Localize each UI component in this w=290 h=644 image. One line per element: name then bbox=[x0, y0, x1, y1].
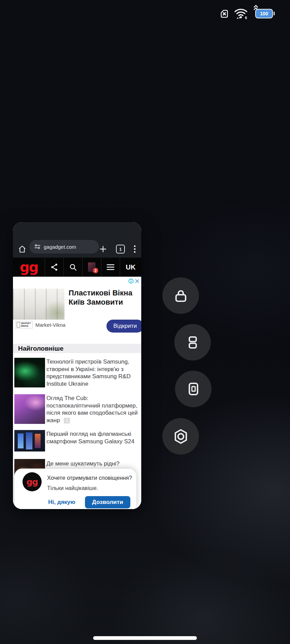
ad-headline: Пластикові Вікна Київ Замовити bbox=[69, 288, 132, 307]
language-switch[interactable]: UK bbox=[120, 258, 141, 277]
new-tab-icon[interactable] bbox=[99, 245, 107, 253]
advertiser-name: Market-Vikna bbox=[35, 322, 66, 328]
settings-icon bbox=[173, 428, 189, 445]
browser-toolbar: gagadget.com 1 bbox=[13, 222, 141, 258]
article-title: Перший погляд на флагманські смартфони S… bbox=[46, 430, 138, 445]
tab-switcher-icon[interactable]: 1 bbox=[116, 245, 125, 254]
ad-banner[interactable]: Пластикові Вікна Київ Замовити bbox=[13, 277, 141, 334]
search-button[interactable] bbox=[63, 258, 82, 277]
dialog-submessage: Тільки найцікавіше. bbox=[47, 485, 98, 491]
hamburger-menu-icon[interactable] bbox=[101, 258, 120, 277]
ad-advertiser: МАРКЕТ ВІКНА Market-Vikna bbox=[15, 319, 66, 331]
browser-window[interactable]: gagadget.com 1 gg bbox=[13, 222, 141, 509]
split-screen-button[interactable] bbox=[174, 324, 211, 361]
section-header: Найголовніше bbox=[13, 344, 141, 353]
allow-button[interactable]: Дозволити bbox=[85, 496, 130, 508]
site-logo-round: gg bbox=[23, 472, 42, 491]
home-icon[interactable] bbox=[18, 245, 27, 254]
split-screen-icon bbox=[185, 335, 200, 350]
avatar: 2 bbox=[88, 262, 96, 272]
share-button[interactable] bbox=[45, 258, 63, 277]
article-title: Технології пристроїв Samsung, створені в… bbox=[46, 358, 138, 387]
article-title: Де мене шукатимуть рідні? bbox=[46, 460, 138, 467]
floating-window-icon bbox=[186, 381, 201, 397]
upload-arrow-icon bbox=[237, 17, 238, 19]
comment-count-badge: 1 bbox=[64, 418, 70, 424]
kebab-menu-icon[interactable] bbox=[134, 245, 136, 253]
web-page: Пластикові Вікна Київ Замовити bbox=[13, 277, 141, 509]
floating-window-button[interactable] bbox=[175, 371, 212, 407]
ad-image bbox=[13, 289, 64, 320]
decline-button[interactable]: Ні, дякую bbox=[48, 499, 75, 506]
wifi-6-icon: 6 bbox=[234, 7, 248, 20]
address-bar[interactable]: gagadget.com bbox=[29, 240, 99, 254]
tab-count: 1 bbox=[119, 247, 121, 252]
url-text: gagadget.com bbox=[44, 244, 76, 250]
site-header: gg 2 UK bbox=[13, 258, 141, 277]
android-home-screen: 6 100 bbox=[0, 0, 290, 644]
advertiser-logo: МАРКЕТ ВІКНА bbox=[15, 321, 33, 328]
article-thumbnail bbox=[14, 358, 45, 387]
lock-window-button[interactable] bbox=[162, 277, 199, 314]
profile-button[interactable]: 2 bbox=[82, 258, 101, 277]
article-title: Огляд The Cub: постапокаліптичний платфо… bbox=[46, 395, 138, 424]
lock-icon bbox=[173, 288, 189, 304]
adchoices-info-icon[interactable] bbox=[128, 278, 134, 284]
wifi-generation-label: 6 bbox=[245, 16, 247, 20]
ad-close-icon[interactable] bbox=[134, 278, 140, 284]
battery-level: 100 bbox=[255, 9, 273, 18]
window-glyph-icon bbox=[17, 322, 20, 327]
article-thumbnail bbox=[14, 430, 45, 451]
dialog-message: Хочете отримувати сповіщення? bbox=[47, 475, 132, 481]
home-gesture-bar[interactable] bbox=[93, 636, 197, 640]
site-logo[interactable]: gg bbox=[13, 258, 45, 277]
notification-badge: 2 bbox=[93, 268, 98, 273]
window-settings-button[interactable] bbox=[162, 418, 199, 455]
sim-missing-icon bbox=[219, 9, 229, 19]
ad-cta-button[interactable]: Відкрити bbox=[106, 320, 141, 333]
site-settings-icon bbox=[34, 244, 41, 250]
status-bar: 6 100 bbox=[219, 7, 273, 20]
notification-permission-dialog: gg Хочете отримувати сповіщення? Тільки … bbox=[14, 469, 136, 509]
article-thumbnail bbox=[14, 394, 45, 424]
battery-icon: 100 bbox=[255, 9, 273, 18]
